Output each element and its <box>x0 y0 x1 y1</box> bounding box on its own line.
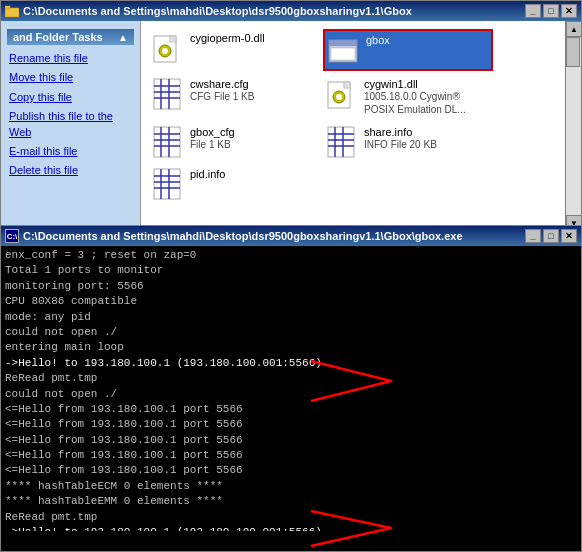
sidebar-section-label: and Folder Tasks <box>13 31 103 43</box>
folder-title-icon <box>5 4 19 18</box>
explorer-title-text: C:\Documents and Settings\mahdi\Desktop\… <box>23 5 525 17</box>
file-details-cygwin1: cygwin1.dll 1005.18.0.0 Cygwin® POSIX Em… <box>364 78 490 116</box>
svg-point-6 <box>162 48 168 54</box>
file-details-cwshare: cwshare.cfg CFG File 1 KB <box>190 78 316 103</box>
dll-icon-cygioperm <box>152 32 184 64</box>
svg-point-20 <box>336 94 342 100</box>
terminal-close-button[interactable]: ✕ <box>561 229 577 243</box>
copy-file-link[interactable]: Copy this file <box>7 88 134 107</box>
explorer-body: and Folder Tasks ▲ Rename this file Move… <box>1 21 581 231</box>
rename-file-link[interactable]: Rename this file <box>7 49 134 68</box>
file-details-shareinfo: share.info INFO File 20 KB <box>364 126 490 151</box>
file-item-gboxcfg[interactable]: gbox_cfg File 1 KB <box>149 123 319 161</box>
file-details-cygioperm: cygioperm-0.dll <box>190 32 316 44</box>
terminal-body[interactable]: enx_conf = 3 ; reset on zap=0 Total 1 po… <box>1 246 581 531</box>
cfg-icon-gboxcfg <box>152 126 184 158</box>
svg-rect-33 <box>154 169 180 199</box>
scroll-up-button[interactable]: ▲ <box>566 21 581 37</box>
publish-file-link[interactable]: Publish this file to the Web <box>7 107 134 142</box>
file-item-shareinfo[interactable]: share.info INFO File 20 KB <box>323 123 493 161</box>
svg-rect-0 <box>5 8 19 17</box>
scroll-track[interactable] <box>566 37 581 215</box>
svg-rect-1 <box>5 6 10 9</box>
file-name-pidinfo: pid.info <box>190 168 316 180</box>
file-name-shareinfo: share.info <box>364 126 490 138</box>
file-meta-cygwin1: 1005.18.0.0 Cygwin® POSIX Emulation DL..… <box>364 90 490 116</box>
file-name-cygioperm: cygioperm-0.dll <box>190 32 316 44</box>
chevron-up-icon: ▲ <box>118 32 128 43</box>
terminal-maximize-button[interactable]: □ <box>543 229 559 243</box>
minimize-button[interactable]: _ <box>525 4 541 18</box>
file-details-pidinfo: pid.info <box>190 168 316 180</box>
svg-rect-18 <box>344 82 350 88</box>
cfg-icon-cwshare <box>152 78 184 110</box>
terminal-title-text: C:\Documents and Settings\mahdi\Desktop\… <box>23 230 463 242</box>
file-item-cygwin1[interactable]: cygwin1.dll 1005.18.0.0 Cygwin® POSIX Em… <box>323 75 493 119</box>
move-file-link[interactable]: Move this file <box>7 68 134 87</box>
file-item-cwshare[interactable]: cwshare.cfg CFG File 1 KB <box>149 75 319 119</box>
file-item-pidinfo[interactable]: pid.info <box>149 165 319 203</box>
info-icon-pidinfo <box>152 168 184 200</box>
svg-rect-8 <box>329 40 357 46</box>
sidebar-section-header: and Folder Tasks ▲ <box>7 29 134 45</box>
terminal-minimize-button[interactable]: _ <box>525 229 541 243</box>
file-name-cygwin1: cygwin1.dll <box>364 78 490 90</box>
info-icon-shareinfo <box>326 126 358 158</box>
scrollbar-vertical[interactable]: ▲ ▼ <box>565 21 581 231</box>
file-name-gbox: gbox <box>366 34 488 46</box>
scroll-thumb[interactable] <box>566 37 580 67</box>
delete-file-link[interactable]: Delete this file <box>7 161 134 180</box>
file-list: cygioperm-0.dll gbox <box>141 21 565 231</box>
file-meta-cwshare: CFG File 1 KB <box>190 90 316 103</box>
file-details-gbox: gbox <box>366 34 488 46</box>
terminal-title-icon: C:\ <box>5 229 19 243</box>
email-file-link[interactable]: E-mail this file <box>7 142 134 161</box>
content-wrapper: cygioperm-0.dll gbox <box>141 21 581 231</box>
window-controls: _ □ ✕ <box>525 4 577 18</box>
file-item-cygioperm[interactable]: cygioperm-0.dll <box>149 29 319 71</box>
svg-rect-4 <box>170 36 176 42</box>
terminal-window-controls: _ □ ✕ <box>525 229 577 243</box>
sidebar: and Folder Tasks ▲ Rename this file Move… <box>1 21 141 231</box>
svg-rect-10 <box>154 79 180 109</box>
file-meta-shareinfo: INFO File 20 KB <box>364 138 490 151</box>
maximize-button[interactable]: □ <box>543 4 559 18</box>
terminal-titlebar: C:\ C:\Documents and Settings\mahdi\Desk… <box>1 226 581 246</box>
terminal-window: C:\ C:\Documents and Settings\mahdi\Desk… <box>0 225 582 552</box>
svg-rect-9 <box>331 48 355 60</box>
file-meta-gboxcfg: File 1 KB <box>190 138 316 151</box>
folder-icon-gbox <box>328 34 360 66</box>
terminal-output: enx_conf = 3 ; reset on zap=0 Total 1 po… <box>5 248 577 531</box>
dll-icon-cygwin1 <box>326 78 358 110</box>
svg-rect-21 <box>154 127 180 157</box>
file-item-gbox[interactable]: gbox <box>323 29 493 71</box>
close-button[interactable]: ✕ <box>561 4 577 18</box>
terminal-content-wrapper: enx_conf = 3 ; reset on zap=0 Total 1 po… <box>1 246 581 551</box>
explorer-titlebar: C:\Documents and Settings\mahdi\Desktop\… <box>1 1 581 21</box>
explorer-window: C:\Documents and Settings\mahdi\Desktop\… <box>0 0 582 230</box>
file-name-cwshare: cwshare.cfg <box>190 78 316 90</box>
file-name-gboxcfg: gbox_cfg <box>190 126 316 138</box>
file-details-gboxcfg: gbox_cfg File 1 KB <box>190 126 316 151</box>
svg-rect-27 <box>328 127 354 157</box>
